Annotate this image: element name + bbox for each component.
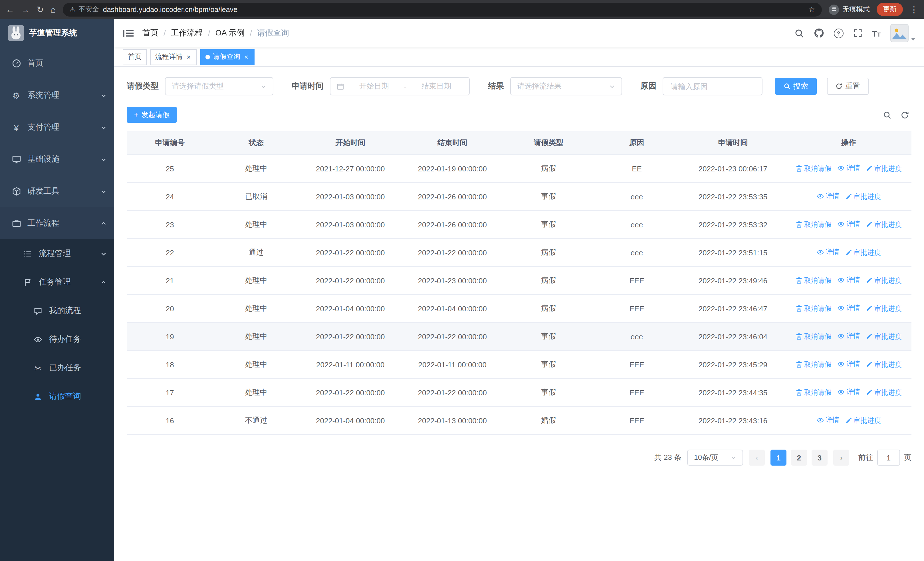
cell-apply-time: 2022-01-22 23:49:46 bbox=[680, 266, 786, 295]
action-detail-link[interactable]: 详情 bbox=[837, 387, 860, 397]
action-cancel-link[interactable]: 取消请假 bbox=[796, 220, 831, 229]
cell-id: 24 bbox=[127, 182, 213, 211]
browser-back-icon[interactable]: ← bbox=[6, 5, 14, 14]
tag-leave-query[interactable]: 请假查询 × bbox=[200, 49, 255, 65]
tag-home[interactable]: 首页 bbox=[123, 49, 147, 65]
page-button-3[interactable]: 3 bbox=[812, 450, 828, 466]
action-cancel-link[interactable]: 取消请假 bbox=[796, 332, 831, 341]
page-button-2[interactable]: 2 bbox=[791, 450, 807, 466]
action-progress-link[interactable]: 审批进度 bbox=[845, 192, 881, 202]
browser-menu-icon[interactable]: ⋮ bbox=[910, 5, 918, 14]
action-detail-link[interactable]: 详情 bbox=[837, 220, 860, 229]
action-detail-link[interactable]: 详情 bbox=[816, 247, 839, 257]
browser-home-icon[interactable]: ⌂ bbox=[51, 5, 56, 14]
sidebar-item-task-management[interactable]: 任务管理 bbox=[0, 268, 114, 296]
action-progress-link[interactable]: 审批进度 bbox=[866, 332, 902, 341]
sidebar-item-infrastructure[interactable]: 基础设施 bbox=[0, 143, 114, 175]
sidebar-item-payment[interactable]: ¥ 支付管理 bbox=[0, 111, 114, 143]
filter-leave-type: 请假类型 请选择请假类型 bbox=[127, 77, 273, 95]
toggle-search-icon[interactable] bbox=[883, 111, 891, 119]
page-size-select[interactable]: 10条/页 bbox=[687, 450, 743, 466]
sidebar-item-workflow[interactable]: 工作流程 bbox=[0, 208, 114, 239]
action-cancel-link[interactable]: 取消请假 bbox=[796, 276, 831, 285]
prev-page-button[interactable]: ‹ bbox=[749, 450, 765, 466]
action-progress-link[interactable]: 审批进度 bbox=[845, 248, 881, 257]
edit-icon bbox=[866, 333, 873, 340]
cell-end-time: 2022-01-11 00:00:00 bbox=[402, 350, 504, 379]
create-leave-button[interactable]: + 发起请假 bbox=[127, 107, 177, 123]
breadcrumb-oa-example[interactable]: OA 示例 bbox=[216, 28, 245, 38]
breadcrumb-home[interactable]: 首页 bbox=[142, 28, 158, 38]
action-detail-link[interactable]: 详情 bbox=[816, 191, 839, 201]
action-detail-link[interactable]: 详情 bbox=[837, 359, 860, 369]
sidebar-item-done-tasks[interactable]: ✂ 已办任务 bbox=[0, 353, 114, 382]
action-progress-link[interactable]: 审批进度 bbox=[845, 416, 881, 425]
browser-reload-icon[interactable]: ↻ bbox=[36, 5, 44, 14]
action-cancel-link[interactable]: 取消请假 bbox=[796, 388, 831, 397]
search-icon[interactable] bbox=[794, 28, 804, 38]
action-cancel-link[interactable]: 取消请假 bbox=[796, 359, 831, 369]
sidebar-item-label: 流程管理 bbox=[39, 248, 71, 259]
sidebar-item-my-process[interactable]: 我的流程 bbox=[0, 296, 114, 325]
action-progress-link[interactable]: 审批进度 bbox=[866, 359, 902, 369]
action-cancel-link[interactable]: 取消请假 bbox=[796, 304, 831, 313]
sidebar-logo[interactable]: 芋道管理系统 bbox=[0, 19, 114, 47]
breadcrumb-workflow[interactable]: 工作流程 bbox=[171, 28, 203, 38]
action-progress-link[interactable]: 审批进度 bbox=[866, 304, 902, 313]
action-progress-link[interactable]: 审批进度 bbox=[866, 388, 902, 397]
date-start-placeholder[interactable]: 开始日期 bbox=[348, 81, 400, 92]
browser-update-button[interactable]: 更新 bbox=[877, 3, 903, 16]
action-detail-link[interactable]: 详情 bbox=[837, 303, 860, 313]
action-detail-link[interactable]: 详情 bbox=[837, 275, 860, 285]
toolbar-right-icons bbox=[883, 111, 909, 119]
cell-status: 处理中 bbox=[213, 155, 300, 182]
user-menu[interactable] bbox=[890, 24, 915, 42]
refresh-table-icon[interactable] bbox=[901, 111, 909, 119]
reason-input[interactable] bbox=[669, 81, 756, 91]
action-detail-link[interactable]: 详情 bbox=[837, 163, 860, 173]
sidebar-item-process-management[interactable]: 流程管理 bbox=[0, 239, 114, 268]
url-text[interactable]: dashboard.yudao.iocoder.cn/bpm/oa/leave bbox=[103, 5, 804, 14]
next-page-button[interactable]: › bbox=[833, 450, 849, 466]
date-end-placeholder[interactable]: 结束日期 bbox=[410, 81, 463, 92]
security-warning[interactable]: ⚠ 不安全 bbox=[69, 5, 99, 14]
actions-cell: 取消请假详情审批进度 bbox=[786, 295, 912, 322]
font-size-icon[interactable]: TT bbox=[872, 28, 880, 38]
help-icon[interactable]: ? bbox=[834, 28, 843, 38]
actions-cell: 取消请假详情审批进度 bbox=[786, 266, 912, 295]
action-progress-link[interactable]: 审批进度 bbox=[866, 220, 902, 229]
bookmark-star-icon[interactable]: ☆ bbox=[808, 5, 815, 14]
goto-page-input[interactable] bbox=[877, 450, 900, 466]
sidebar-item-home[interactable]: 首页 bbox=[0, 47, 114, 80]
sidebar-item-leave-query[interactable]: 请假查询 bbox=[0, 382, 114, 411]
cell-reason: eee bbox=[594, 211, 680, 239]
cell-id: 18 bbox=[127, 350, 213, 379]
sidebar-item-devtools[interactable]: 研发工具 bbox=[0, 175, 114, 208]
avatar[interactable] bbox=[890, 24, 909, 42]
tag-process-detail[interactable]: 流程详情 × bbox=[150, 49, 197, 65]
action-detail-link[interactable]: 详情 bbox=[816, 415, 839, 425]
reset-button[interactable]: 重置 bbox=[827, 78, 868, 95]
action-detail-link[interactable]: 详情 bbox=[837, 331, 860, 341]
search-button[interactable]: 搜索 bbox=[775, 78, 817, 95]
close-icon[interactable]: × bbox=[186, 53, 192, 60]
sidebar-fold-icon[interactable] bbox=[123, 29, 133, 37]
table-toolbar: + 发起请假 bbox=[127, 107, 912, 123]
cell-reason: EE bbox=[594, 155, 680, 182]
action-cancel-link[interactable]: 取消请假 bbox=[796, 164, 831, 173]
tag-label: 首页 bbox=[128, 52, 141, 62]
fullscreen-icon[interactable] bbox=[853, 29, 862, 38]
address-bar[interactable]: ⚠ 不安全 dashboard.yudao.iocoder.cn/bpm/oa/… bbox=[63, 3, 822, 16]
github-icon[interactable] bbox=[814, 28, 824, 38]
date-range-picker[interactable]: 开始日期 - 结束日期 bbox=[330, 77, 470, 95]
sidebar-item-todo-tasks[interactable]: 待办任务 bbox=[0, 325, 114, 353]
browser-forward-icon[interactable]: → bbox=[21, 5, 30, 14]
sidebar-item-system[interactable]: ⚙ 系统管理 bbox=[0, 80, 114, 111]
result-select[interactable]: 请选择流结果 bbox=[510, 77, 622, 95]
action-progress-link[interactable]: 审批进度 bbox=[866, 164, 902, 173]
leave-type-select[interactable]: 请选择请假类型 bbox=[165, 77, 273, 95]
chevron-down-icon bbox=[730, 455, 736, 460]
page-button-1[interactable]: 1 bbox=[771, 450, 786, 466]
action-progress-link[interactable]: 审批进度 bbox=[866, 276, 902, 285]
close-icon[interactable]: × bbox=[243, 53, 249, 60]
